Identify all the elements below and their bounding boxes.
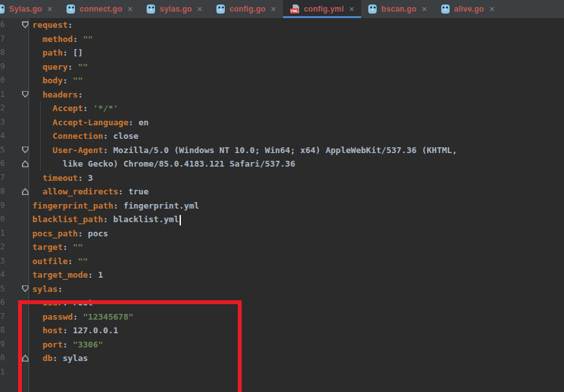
code-token: host: [43, 325, 63, 335]
code-token: Mozilla/5.0 (Windows NT 10.0; Win64; x64…: [113, 145, 457, 155]
go-file-icon: [67, 5, 75, 14]
code-token: User-Agent: [52, 145, 103, 155]
tab-label: Sylas.go: [9, 5, 42, 14]
gutter-cell: 46: [0, 296, 29, 310]
code-token: 1: [98, 270, 103, 280]
go-file-icon: [147, 5, 155, 14]
fold-collapse-icon[interactable]: [22, 91, 28, 98]
close-tab-icon[interactable]: ×: [127, 5, 132, 14]
code-line[interactable]: 41pocs_path: pocs: [0, 227, 564, 241]
tab-sylas.go[interactable]: sylas.go×: [140, 0, 209, 18]
line-number: 51: [0, 367, 5, 377]
line-number: 43: [0, 256, 5, 265]
code-line[interactable]: 40blacklist_path: blacklist.yml: [0, 212, 564, 227]
code-token: :: [68, 256, 78, 266]
code-line[interactable]: 42target: "": [0, 240, 564, 254]
fold-collapse-icon[interactable]: [22, 147, 28, 154]
code-line[interactable]: 45sylas:: [0, 282, 564, 296]
line-number: 48: [0, 325, 5, 335]
code-line[interactable]: 36 like Gecko) Chrome/85.0.4183.121 Safa…: [0, 157, 564, 171]
code-line[interactable]: 49 port: "3306": [0, 338, 564, 352]
fold-collapse-icon[interactable]: [22, 285, 28, 293]
gutter-cell: 42: [0, 240, 29, 254]
code-line[interactable]: 50 db: sylas: [0, 351, 564, 366]
tab-alive.go[interactable]: alive.go×: [434, 0, 501, 18]
close-tab-icon[interactable]: ×: [422, 5, 427, 14]
code-line[interactable]: 31 headers:: [0, 88, 564, 102]
code-token: like Gecko) Chrome/85.0.4183.121 Safari/…: [32, 159, 295, 169]
code-token: user: [43, 298, 63, 307]
code-line[interactable]: 44target_mode: 1: [0, 268, 564, 282]
code-line[interactable]: 38 allow_redirects: true: [0, 185, 564, 199]
code-token: blacklist.yml: [113, 214, 179, 224]
code-line[interactable]: 46 user: root: [0, 296, 564, 310]
code-token: query: [43, 62, 68, 72]
code-line[interactable]: 34 Connection: close: [0, 129, 564, 143]
fold-end-icon[interactable]: [22, 160, 28, 167]
code-line[interactable]: 43outfile: "": [0, 254, 564, 269]
fold-collapse-icon[interactable]: [22, 21, 28, 28]
code-line[interactable]: 30 body: "": [0, 74, 564, 88]
code-line[interactable]: 37 timeout: 3: [0, 171, 564, 185]
code-line[interactable]: 28 path: []: [0, 46, 564, 60]
code-line[interactable]: 29 query: "": [0, 60, 564, 74]
code-line[interactable]: 27 method: "": [0, 32, 564, 46]
code-token: [32, 62, 43, 72]
gutter-cell: 35: [0, 143, 29, 158]
code-token: :: [78, 90, 83, 99]
tab-connect.go[interactable]: connect.go×: [59, 0, 140, 18]
code-token: [32, 340, 43, 349]
close-tab-icon[interactable]: ×: [489, 5, 494, 14]
code-token: "": [73, 242, 83, 252]
code-token: passwd: [43, 312, 73, 322]
code-token: 3: [88, 173, 93, 183]
gutter-cell: 36: [0, 157, 29, 171]
line-number: 45: [0, 284, 5, 293]
close-tab-icon[interactable]: ×: [271, 5, 276, 14]
code-line[interactable]: 39fingerprint_path: fingerprint.yml: [0, 199, 564, 213]
close-tab-icon[interactable]: ×: [47, 5, 52, 14]
line-number: 40: [0, 214, 5, 223]
yaml-file-icon: YML: [290, 5, 299, 14]
gutter-cell: 48: [0, 324, 29, 338]
tab-bscan.go[interactable]: bscan.go×: [361, 0, 433, 18]
line-number: 42: [0, 242, 5, 251]
tab-config.yml[interactable]: YMLconfig.yml×: [283, 0, 361, 18]
code-token: :: [118, 187, 129, 196]
code-token: :: [103, 145, 114, 155]
code-token: headers: [43, 90, 78, 99]
code-token: [32, 103, 52, 113]
code-token: [32, 325, 43, 335]
code-line[interactable]: 33 Accept-Language: en: [0, 116, 564, 130]
line-number: 39: [0, 201, 5, 210]
code-line[interactable]: 48 host: 127.0.0.1: [0, 324, 564, 338]
code-token: [32, 48, 43, 57]
code-token: "3306": [73, 340, 103, 349]
gutter-cell: 41: [0, 227, 29, 241]
code-text: blacklist_path: blacklist.yml: [29, 212, 181, 227]
editor-pane[interactable]: 26request:27 method: ""28 path: []29 que…: [0, 18, 564, 392]
code-token: target_mode: [32, 270, 88, 280]
close-tab-icon[interactable]: ×: [349, 5, 354, 14]
fold-end-icon[interactable]: [22, 355, 28, 362]
close-tab-icon[interactable]: ×: [197, 5, 202, 14]
tab-config.go[interactable]: config.go×: [209, 0, 283, 18]
code-line[interactable]: 32 Accept: '*/*': [0, 101, 564, 116]
line-number: 31: [0, 90, 5, 99]
code-token: [32, 118, 52, 127]
line-number: 34: [0, 131, 5, 140]
gutter-cell: 33: [0, 116, 29, 130]
code-token: allow_redirects: [43, 187, 118, 196]
tab-Sylas.go[interactable]: Sylas.go×: [0, 0, 59, 18]
gutter-cell: 30: [0, 74, 29, 88]
code-line[interactable]: 26request:: [0, 18, 564, 32]
gutter-cell: 31: [0, 88, 29, 102]
line-number: 36: [0, 159, 5, 168]
fold-end-icon[interactable]: [22, 188, 28, 195]
code-line[interactable]: 47 passwd: "12345678": [0, 310, 564, 324]
code-line[interactable]: 51: [0, 366, 564, 380]
code-text: sylas:: [29, 282, 63, 296]
code-token: pocs_path: [32, 229, 78, 238]
code-line[interactable]: 35 User-Agent: Mozilla/5.0 (Windows NT 1…: [0, 143, 564, 158]
gutter-cell: 45: [0, 282, 29, 296]
